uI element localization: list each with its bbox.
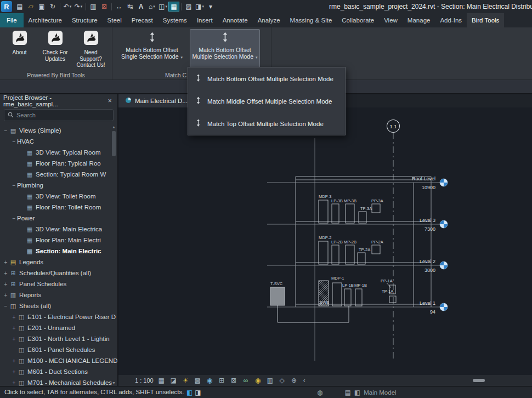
tree-item-power[interactable]: −Power — [0, 213, 117, 224]
expander-icon[interactable]: + — [11, 325, 17, 331]
sync-icon[interactable]: ↻ — [47, 2, 58, 12]
level-level-2[interactable]: Level 23800 — [420, 259, 448, 273]
level-level-3[interactable]: Level 37300 — [420, 218, 448, 232]
tree-item-sheets-all[interactable]: −◫Sheets (all) — [0, 300, 117, 311]
open-icon[interactable]: ▱ — [25, 2, 36, 12]
crop-view-icon[interactable]: ⊞ — [218, 377, 226, 384]
drawing-canvas[interactable]: 1.1MDP-3LP-3BMP-3BTP-3APP-3AMDP-2LP-2BMP… — [118, 107, 532, 375]
text-icon[interactable]: A — [135, 2, 146, 12]
tree-item-e201-unnamed[interactable]: +◫E201 - Unnamed — [0, 322, 117, 333]
sun-path-icon[interactable]: ☀ — [182, 377, 190, 384]
tree-item-panel-schedules[interactable]: +⊞Panel Schedules — [0, 278, 117, 289]
menu-item-match-top-offset-multiple-selection-mode[interactable]: Match Top Offset Multiple Selection Mode — [188, 112, 345, 135]
tree-item-section-main-electric[interactable]: ▦Section: Main Electric — [0, 246, 117, 257]
default-3d-view-icon[interactable]: ⌂▾ — [146, 2, 157, 12]
scale-button[interactable]: 1 : 100 — [135, 377, 154, 384]
render-icon[interactable]: ▦ — [168, 2, 179, 12]
show-crop-icon[interactable]: ⊠ — [230, 377, 238, 384]
section-drawing[interactable]: 1.1MDP-3LP-3BMP-3BTP-3APP-3AMDP-2LP-2BMP… — [118, 107, 532, 375]
redo-icon[interactable]: ↷▾ — [73, 2, 84, 12]
tree-item-3d-view-toilet-room[interactable]: ▦3D View: Toilet Room — [0, 191, 117, 202]
close-hidden-windows-icon[interactable]: ⊠ — [99, 2, 110, 12]
expander-icon[interactable]: − — [11, 139, 17, 145]
level-level-1[interactable]: Level 194 — [420, 300, 448, 315]
reveal-hidden-icon[interactable]: ◉ — [254, 377, 262, 384]
active-workset-icon[interactable]: ▤ — [344, 389, 350, 396]
level-roof-level[interactable]: Roof Level10900 — [412, 176, 448, 190]
section-icon[interactable]: ◫▾ — [157, 2, 168, 12]
dropdown-caret-icon[interactable]: ▾ — [81, 4, 83, 9]
close-icon[interactable]: × — [105, 97, 114, 105]
thin-lines-icon[interactable]: ▨ — [183, 2, 194, 12]
dropdown-caret-icon[interactable]: ▾ — [165, 4, 167, 9]
menu-item-match-middle-offset-multiple-selection-mode[interactable]: Match Middle Offset Multiple Selection M… — [188, 90, 345, 112]
expander-icon[interactable]: + — [11, 314, 17, 320]
rendering-icon[interactable]: ◉ — [206, 377, 214, 384]
ribbon-tab-systems[interactable]: Systems — [158, 13, 192, 27]
tree-item-floor-plan-main-electri[interactable]: ▦Floor Plan: Main Electri — [0, 235, 117, 246]
tree-item-m601-duct-sections[interactable]: +◫M601 - Duct Sections — [0, 366, 117, 377]
hide-analytical-icon[interactable]: ◇ — [278, 377, 286, 384]
project-browser-header[interactable]: Project Browser - rme_basic_sampl... × — [0, 94, 117, 107]
measure-icon[interactable]: ↔ — [114, 2, 124, 12]
ribbon-tab-bird-tools[interactable]: Bird Tools — [467, 13, 504, 27]
tree-item-section-typical-room-w[interactable]: ▦Section: Typical Room W — [0, 169, 117, 180]
dropdown-caret-icon[interactable]: ▾ — [70, 4, 72, 9]
aligned-dimension-icon[interactable]: ↹ — [124, 2, 135, 12]
document-icon[interactable]: ▤ — [14, 2, 25, 12]
tree-item-legends[interactable]: +▤Legends — [0, 257, 117, 268]
detail-level-icon[interactable]: ▦ — [157, 377, 166, 384]
ribbon-tab-architecture[interactable]: Architecture — [24, 13, 67, 27]
expander-icon[interactable]: + — [3, 292, 9, 298]
print-icon[interactable]: ▥ — [88, 2, 99, 12]
tree-item-m701-mechanical-schedules[interactable]: +◫M701 - Mechanical Schedules — [0, 377, 117, 386]
tree-item-views-simple[interactable]: −▤Views (Simple) — [0, 125, 117, 136]
ribbon-tab-annotate[interactable]: Annotate — [218, 13, 253, 27]
horizontal-scrollbar[interactable] — [347, 378, 528, 383]
design-options-icon[interactable]: ◧ — [354, 389, 360, 396]
reveal-constraints-icon[interactable]: ⊕ — [290, 377, 298, 384]
ribbon-tab-collaborate[interactable]: Collaborate — [337, 13, 379, 27]
sync-status-icon[interactable]: ◨ — [195, 389, 201, 396]
qat-customize-icon[interactable]: ▾ — [205, 2, 216, 12]
temporary-hide-icon[interactable]: ∞ — [242, 377, 250, 384]
tree-item-3d-view-main-electrica[interactable]: ▦3D View: Main Electrica — [0, 224, 117, 235]
expander-icon[interactable]: + — [11, 369, 17, 375]
ribbon-tab-manage[interactable]: Manage — [403, 13, 435, 27]
tree-item-e101-electrical-power-riser-d[interactable]: +◫E101 - Electrical Power Riser D — [0, 311, 117, 322]
tree-item-floor-plan-typical-roo[interactable]: ▦Floor Plan: Typical Roo — [0, 158, 117, 169]
expander-icon[interactable]: − — [11, 215, 17, 221]
check-for-updates-button[interactable]: Check For Updates — [37, 29, 73, 70]
expander-icon[interactable]: + — [11, 380, 17, 386]
tree-item-e601-panel-schedules[interactable]: ◫E601 - Panel Schedules — [0, 344, 117, 355]
match-bottom-offset-single-selection-mode-button[interactable]: Match Bottom OffsetSingle Selection Mode… — [117, 29, 187, 69]
ribbon-tab-steel[interactable]: Steel — [103, 13, 127, 27]
search-input[interactable] — [16, 112, 110, 118]
ribbon-tab-add-ins[interactable]: Add-Ins — [435, 13, 467, 27]
tree-item-hvac[interactable]: −HVAC — [0, 136, 117, 147]
dropdown-caret-icon[interactable]: ▾ — [153, 4, 155, 9]
dropdown-caret-icon[interactable]: ▾ — [202, 4, 204, 9]
expander-icon[interactable]: + — [11, 358, 17, 364]
tree-item-floor-plan-toilet-room[interactable]: ▦Floor Plan: Toilet Room — [0, 202, 117, 213]
ribbon-tab-precast[interactable]: Precast — [127, 13, 158, 27]
scrollbar-thumb[interactable] — [473, 379, 485, 382]
tree-item-m100-mechanical-legend[interactable]: +◫M100 - MECHANICAL LEGEND — [0, 355, 117, 366]
tree-item-e301-north-level-1-lightin[interactable]: +◫E301 - North Level 1 - Lightin — [0, 333, 117, 344]
scrollbar-thumb[interactable] — [112, 131, 116, 156]
tree-item-schedules-quantities-all[interactable]: +⊞Schedules/Quantities (all) — [0, 268, 117, 278]
match-bottom-offset-multiple-selection-mode-button[interactable]: Match Bottom OffsetMultiple Selection Mo… — [190, 29, 260, 69]
tree-scrollbar[interactable]: ▲ ▼ — [111, 125, 117, 385]
expander-icon[interactable]: − — [3, 303, 9, 309]
ribbon-tab-view[interactable]: View — [379, 13, 403, 27]
about-button[interactable]: About — [2, 29, 37, 70]
expander-icon[interactable]: + — [3, 259, 9, 265]
need-support-contact-us-button[interactable]: Need Support? Contact Us! — [73, 29, 109, 70]
expander-icon[interactable]: − — [11, 183, 17, 189]
temporary-view-properties-icon[interactable]: ▥ — [266, 377, 274, 384]
ribbon-tab-insert[interactable]: Insert — [192, 13, 218, 27]
save-icon[interactable]: ▣ — [36, 2, 47, 12]
menu-item-match-bottom-offset-multiple-selection-mode[interactable]: Match Bottom Offset Multiple Selection M… — [188, 67, 345, 90]
tree-item-reports[interactable]: +▥Reports — [0, 289, 117, 300]
scroll-down-icon[interactable]: ▼ — [112, 381, 116, 385]
